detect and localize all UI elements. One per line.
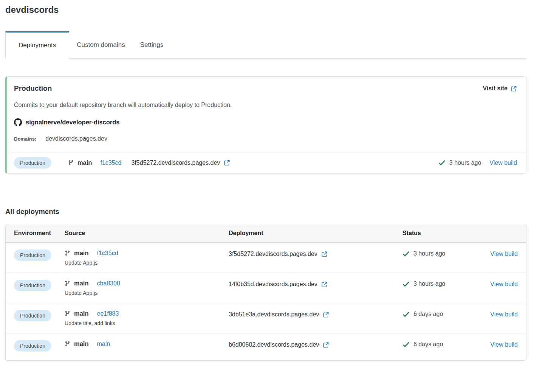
- repo-name[interactable]: signalnerve/developer-discords: [26, 119, 120, 126]
- table-body: Production main f1c35cd Update App.js 3f…: [6, 242, 526, 360]
- external-link-icon: [511, 85, 517, 92]
- status-time: 3 hours ago: [449, 160, 481, 166]
- git-branch-icon: [68, 160, 74, 166]
- commit-link[interactable]: main: [97, 341, 110, 347]
- deployment-cell: 14f0b35d.devdiscords.pages.dev: [229, 280, 402, 288]
- production-deployment-row: Production main f1c35cd 3f5d5272.devdisc…: [7, 152, 526, 173]
- check-icon: [402, 251, 410, 257]
- view-build-link[interactable]: View build: [489, 160, 517, 166]
- status-time: 6 days ago: [413, 341, 443, 348]
- tab-custom-domains[interactable]: Custom domains: [69, 31, 133, 58]
- environment-badge: Production: [14, 310, 51, 321]
- commit-message: Update App.js: [65, 290, 229, 296]
- visit-site-label: Visit site: [483, 85, 508, 92]
- status-time: 3 hours ago: [413, 250, 446, 257]
- external-link-icon[interactable]: [321, 251, 328, 257]
- status-time: 3 hours ago: [413, 280, 446, 287]
- external-link-icon[interactable]: [323, 342, 329, 348]
- source-cell: main ee1f883 Update title, add links: [65, 310, 229, 326]
- column-header-status: Status: [402, 230, 518, 237]
- branch-name: main: [74, 310, 89, 317]
- commit-link[interactable]: cba8300: [97, 280, 120, 287]
- column-header-source: Source: [65, 230, 229, 237]
- git-branch-icon: [65, 280, 70, 287]
- source-cell: main cba8300 Update App.js: [65, 280, 229, 296]
- commit-message: Update App.js: [65, 260, 229, 266]
- commit-link[interactable]: ee1f883: [97, 310, 119, 317]
- git-branch-icon: [65, 310, 70, 317]
- table-row: Production main cba8300 Update App.js 14…: [6, 273, 526, 303]
- deployment-cell: 3f5d5272.devdiscords.pages.dev: [229, 249, 402, 257]
- environment-cell: Production: [14, 249, 65, 261]
- table-header-row: Environment Source Deployment Status: [6, 224, 526, 242]
- production-description: Commits to your default repository branc…: [14, 102, 517, 108]
- check-icon: [402, 342, 410, 347]
- deployment-url: 3f5d5272.devdiscords.pages.dev: [229, 251, 317, 257]
- environment-cell: Production: [14, 310, 65, 321]
- commit-message: Update title, add links: [65, 320, 229, 326]
- environment-badge: Production: [14, 340, 51, 352]
- status-cell: 3 hours ago: [402, 249, 485, 257]
- view-build-cell: View build: [485, 280, 518, 288]
- view-build-link[interactable]: View build: [490, 311, 518, 318]
- view-build-cell: View build: [485, 310, 518, 318]
- page-title: devdiscords: [5, 5, 526, 15]
- view-build-link[interactable]: View build: [490, 251, 518, 257]
- column-header-deployment: Deployment: [229, 230, 402, 237]
- page: devdiscords Deployments Custom domains S…: [0, 5, 534, 361]
- tab-settings[interactable]: Settings: [133, 31, 171, 58]
- commit-link[interactable]: f1c35cd: [100, 160, 121, 166]
- git-branch-icon: [65, 341, 70, 347]
- domains-label: Domains:: [14, 136, 36, 142]
- status-time: 6 days ago: [413, 311, 443, 318]
- deployment-url: b6d00502.devdiscords.pages.dev: [229, 341, 319, 348]
- table-row: Production main ee1f883 Update title, ad…: [6, 303, 526, 333]
- environment-cell: Production: [14, 340, 65, 352]
- check-icon: [402, 311, 410, 317]
- all-deployments-heading: All deployments: [5, 208, 526, 216]
- deployments-table: Environment Source Deployment Status Pro…: [5, 224, 526, 361]
- column-header-environment: Environment: [14, 230, 65, 237]
- deployment-cell: 3db51e3a.devdiscords.pages.dev: [229, 310, 402, 318]
- source-cell: main f1c35cd Update App.js: [65, 249, 229, 266]
- deployment-cell: b6d00502.devdiscords.pages.dev: [229, 340, 402, 348]
- branch-name: main: [74, 340, 89, 347]
- visit-site-link[interactable]: Visit site: [483, 85, 517, 92]
- view-build-cell: View build: [485, 249, 518, 257]
- view-build-link[interactable]: View build: [490, 341, 518, 348]
- repo-row: signalnerve/developer-discords: [14, 118, 517, 126]
- check-icon: [402, 281, 410, 287]
- status-cell: 6 days ago: [402, 310, 485, 318]
- environment-badge: Production: [14, 249, 51, 261]
- branch-name: main: [77, 159, 92, 166]
- table-row: Production main f1c35cd Update App.js 3f…: [6, 242, 526, 273]
- environment-badge: Production: [14, 157, 51, 169]
- status-cell: 6 days ago: [402, 340, 485, 348]
- git-branch-icon: [65, 250, 70, 256]
- external-link-icon[interactable]: [323, 311, 329, 318]
- github-icon: [14, 118, 22, 126]
- status-cell: 3 hours ago: [402, 280, 485, 287]
- environment-cell: Production: [14, 280, 65, 291]
- table-row: Production main main b6d00502.devdiscord…: [6, 333, 526, 360]
- domains-row: Domains: devdiscords.pages.dev: [14, 135, 517, 142]
- deployment-url: 3db51e3a.devdiscords.pages.dev: [229, 311, 319, 318]
- external-link-icon[interactable]: [224, 160, 230, 166]
- commit-link[interactable]: f1c35cd: [97, 250, 118, 257]
- environment-badge: Production: [14, 280, 51, 291]
- tab-deployments[interactable]: Deployments: [5, 31, 69, 59]
- deployment-url: 3f5d5272.devdiscords.pages.dev: [132, 160, 220, 166]
- branch-name: main: [74, 280, 89, 287]
- check-icon: [438, 160, 446, 166]
- source-cell: main main: [65, 340, 229, 347]
- deployment-url: 14f0b35d.devdiscords.pages.dev: [229, 281, 317, 288]
- view-build-link[interactable]: View build: [490, 281, 518, 287]
- view-build-cell: View build: [485, 340, 518, 348]
- branch-name: main: [74, 249, 89, 257]
- domains-value: devdiscords.pages.dev: [45, 135, 107, 142]
- tab-bar: Deployments Custom domains Settings: [5, 31, 526, 59]
- production-card: Production Visit site Commits to your de…: [5, 76, 526, 174]
- production-card-title: Production: [14, 84, 52, 93]
- external-link-icon[interactable]: [321, 281, 328, 288]
